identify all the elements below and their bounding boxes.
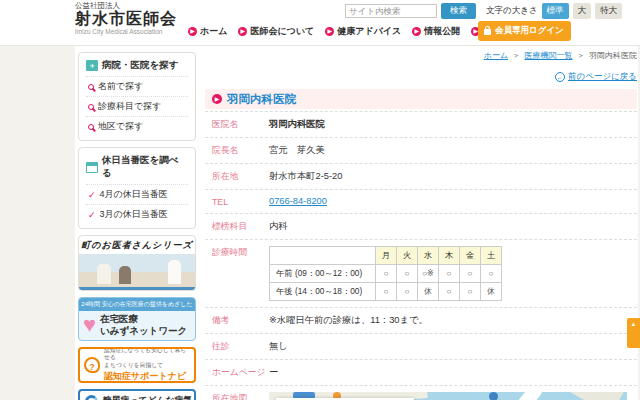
detail-row-house-calls: 往診 無し	[205, 334, 637, 360]
hospital-search-box: 病院・医院を探す 名前で探す 診療科目で探す 地区で探す	[78, 52, 196, 141]
search-input[interactable]	[345, 4, 437, 18]
main-nav: ▶ホーム ▶医師会について ▶健康アドバイス ▶情報公開 ▶お知らせ	[188, 25, 520, 38]
search-by-department-link[interactable]: 診療科目で探す	[86, 96, 188, 116]
notes-value: ※水曜日午前の診療は、11：30まで。	[269, 314, 428, 327]
lock-icon	[484, 29, 491, 35]
home-care-tagline: 24時間 安心の在宅医療の提供をめざした	[79, 298, 195, 311]
main-content: ホーム ＞ 医療機関一覧 ＞ 羽岡内科医院 ← 前のページに戻る ▶ 羽岡内科医…	[205, 50, 637, 400]
schedule-cell: 休	[481, 283, 502, 301]
schedule-day-header: 月	[376, 247, 397, 265]
detail-row-notes: 備考 ※水曜日午前の診療は、11：30まで。	[205, 308, 637, 334]
dementia-title: 認知症サポートナビ	[104, 370, 190, 383]
schedule-day-header: 金	[460, 247, 481, 265]
member-login-button[interactable]: 会員専用ログイン	[478, 21, 571, 41]
house-calls-value: 無し	[269, 340, 288, 353]
arrow-circle-icon: ▶	[188, 27, 197, 36]
site-logo[interactable]: 公益社団法人 射水市医師会 Imizu City Medical Associa…	[75, 2, 177, 35]
font-size-label: 文字の大きさ	[486, 5, 538, 17]
schedule-day-header: 木	[439, 247, 460, 265]
nav-disclosure[interactable]: ▶情報公開	[412, 25, 460, 38]
holiday-doctor-title: 休日当番医を調べる	[102, 154, 188, 180]
search-button[interactable]: 検索	[441, 3, 476, 19]
schedule-cell: ○	[460, 283, 481, 301]
dementia-caption1: 認知症になっても安心して暮らせる	[104, 347, 190, 362]
diabetes-label: 糖尿病ってどんな病気？	[103, 395, 196, 400]
title-marker-icon: ▶	[212, 94, 222, 104]
back-row: ← 前のページに戻る	[205, 66, 637, 84]
holiday-doctor-march-link[interactable]: ✓3月の休日当番医	[86, 204, 188, 224]
schedule-cell: ○	[460, 265, 481, 283]
row-label: 往診	[212, 340, 269, 353]
nav-home-label: ホーム	[200, 25, 227, 38]
detail-row-clinic-name: 医院名 羽岡内科医院	[205, 111, 637, 138]
schedule-cell: ○	[376, 265, 397, 283]
homepage-value: ー	[269, 366, 278, 379]
photo-figure	[168, 260, 181, 284]
home-care-line2: いみずネットワーク	[100, 325, 187, 337]
site-title: 射水市医師会	[75, 10, 177, 28]
detail-row-homepage: ホームページ ー	[205, 360, 637, 386]
font-size-standard-button[interactable]: 標準	[542, 3, 569, 19]
location-map[interactable]: 鮮魚店 場所の情報を読み込めませんでした	[269, 392, 627, 400]
banner-dementia-support[interactable]: ? 認知症になっても安心して暮らせる まちづくりを目指して 認知症サポートナビ	[78, 347, 196, 383]
hospital-icon	[86, 60, 98, 71]
head-question-icon: ?	[84, 357, 100, 373]
dementia-caption2: まちづくりを目指して	[104, 362, 190, 370]
holiday-doctor-march-label: 3月の休日当番医	[100, 208, 168, 221]
font-size-large-button[interactable]: 大	[573, 3, 592, 19]
schedule-cell: ○	[397, 283, 418, 301]
nav-health-advice[interactable]: ▶健康アドバイス	[325, 25, 401, 38]
magnifier-icon	[88, 84, 94, 90]
font-size-xlarge-button[interactable]: 特大	[595, 3, 622, 19]
org-type: 公益社団法人	[75, 2, 177, 10]
row-label: TEL	[212, 196, 269, 207]
site-header: 公益社団法人 射水市医師会 Imizu City Medical Associa…	[0, 0, 640, 46]
search-by-area-link[interactable]: 地区で探す	[86, 116, 188, 136]
row-label: 所在地	[212, 170, 269, 183]
calendar-icon	[86, 162, 98, 173]
map-land-shape	[559, 392, 624, 400]
director-value: 宮元 芽久美	[269, 144, 325, 157]
schedule-cell: ○	[439, 265, 460, 283]
detail-row-address: 所在地 射水市本町2-5-20	[205, 164, 637, 190]
schedule-corner-cell	[270, 247, 376, 265]
hospital-search-title: 病院・医院を探す	[102, 59, 178, 72]
page-title-bar: ▶ 羽岡内科医院	[205, 89, 637, 109]
home-care-line1: 在宅医療	[100, 313, 187, 325]
holiday-doctor-april-link[interactable]: ✓4月の休日当番医	[86, 184, 188, 204]
nav-about[interactable]: ▶医師会について	[238, 25, 314, 38]
page-top-button[interactable]: ▲	[627, 318, 640, 348]
banner-town-doctor-series[interactable]: 町のお医者さんシリーズ	[78, 235, 196, 291]
schedule-cell: 休	[418, 283, 439, 301]
schedule-day-header: 水	[418, 247, 439, 265]
back-link[interactable]: ← 前のページに戻る	[555, 71, 637, 83]
check-icon: ✓	[88, 210, 96, 220]
nav-home[interactable]: ▶ホーム	[188, 25, 227, 38]
banner-diabetes[interactable]: 糖尿病ってどんな病気？	[78, 389, 196, 400]
row-label: 所在地図	[212, 392, 269, 400]
breadcrumb-separator: ＞	[512, 51, 520, 60]
photo-figure	[119, 266, 131, 284]
row-label: 医院名	[212, 118, 269, 131]
map-pin-icon	[489, 392, 498, 400]
schedule-cell: ○	[376, 283, 397, 301]
search-by-name-label: 名前で探す	[98, 80, 143, 93]
detail-row-departments: 標榜科目 内科	[205, 214, 637, 240]
row-label: 院長名	[212, 144, 269, 157]
sidebar: 病院・医院を探す 名前で探す 診療科目で探す 地区で探す 休日当番医を調べる ✓…	[78, 52, 196, 400]
breadcrumb-home[interactable]: ホーム	[484, 51, 508, 60]
search-by-department-label: 診療科目で探す	[98, 100, 161, 113]
address-value: 射水市本町2-5-20	[269, 170, 342, 183]
page-title: 羽岡内科医院	[227, 92, 296, 107]
tel-link[interactable]: 0766-84-8200	[269, 196, 327, 206]
banner-photo	[79, 254, 195, 290]
schedule-afternoon-time: 午後 (14：00～18：00)	[270, 283, 376, 301]
banner-home-care-network[interactable]: 24時間 安心の在宅医療の提供をめざした ♥ 在宅医療 いみずネットワーク	[78, 297, 196, 341]
nav-disclosure-label: 情報公開	[424, 25, 460, 38]
search-by-name-link[interactable]: 名前で探す	[86, 76, 188, 96]
breadcrumb-institution-list[interactable]: 医療機関一覧	[525, 51, 573, 60]
back-arrow-icon: ←	[555, 72, 565, 82]
search-by-area-label: 地区で探す	[98, 120, 143, 133]
schedule-cell: ○	[397, 265, 418, 283]
breadcrumb-separator: ＞	[577, 51, 585, 60]
